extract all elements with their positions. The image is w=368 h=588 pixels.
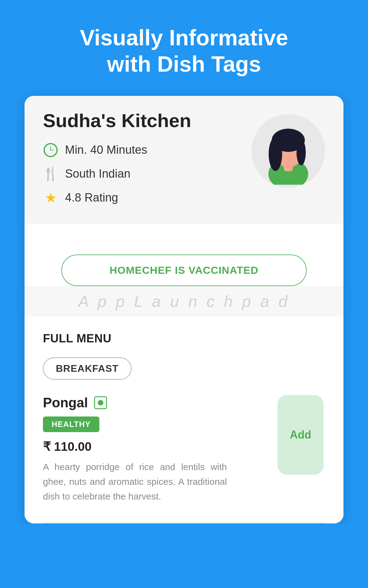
dish-name: Pongal: [43, 395, 88, 410]
menu-section: FULL MENU BREAKFAST Pongal HEALTHY ₹ 110…: [25, 317, 343, 522]
rating-item: ★ 4.8 Rating: [43, 190, 251, 205]
kitchen-card: Sudha's Kitchen Min. 40 Minutes 🍴 South …: [25, 96, 343, 224]
dish-row: Pongal HEALTHY ₹ 110.00 A hearty porridg…: [43, 395, 325, 504]
veg-icon: [94, 396, 107, 409]
header: Visually Informative with Dish Tags: [0, 0, 368, 96]
veg-dot: [98, 400, 103, 405]
dish-info: Pongal HEALTHY ₹ 110.00 A hearty porridg…: [43, 395, 267, 504]
cuisine-item: 🍴 South Indian: [43, 166, 251, 182]
star-icon-container: ★: [43, 190, 58, 205]
add-button-container: Add: [276, 395, 325, 475]
watermark: A p p L a u n c h p a d: [25, 286, 343, 317]
main-card: Sudha's Kitchen Min. 40 Minutes 🍴 South …: [25, 96, 343, 523]
add-button[interactable]: Add: [278, 395, 324, 475]
full-menu-label: FULL MENU: [43, 332, 325, 345]
clock-icon: [44, 143, 58, 157]
dish-name-row: Pongal: [43, 395, 267, 410]
svg-point-6: [297, 140, 306, 165]
cuisine-label: South Indian: [65, 167, 130, 180]
avatar: [251, 114, 325, 188]
kitchen-name: Sudha's Kitchen: [43, 111, 251, 130]
healthy-badge: HEALTHY: [43, 417, 99, 432]
fork-knife-icon: 🍴: [43, 166, 59, 181]
star-icon: ★: [45, 190, 57, 205]
fork-knife-icon-container: 🍴: [43, 166, 58, 182]
svg-point-5: [269, 137, 282, 171]
rating-label: 4.8 Rating: [65, 191, 118, 204]
dish-description: A hearty porridge of rice and lentils wi…: [43, 460, 227, 504]
vaccinated-banner: HOMECHEF IS VACCINATED: [61, 254, 307, 286]
kitchen-meta: Min. 40 Minutes 🍴 South Indian ★ 4.8 Rat…: [43, 142, 251, 205]
kitchen-info: Sudha's Kitchen Min. 40 Minutes 🍴 South …: [43, 111, 251, 205]
dish-price: ₹ 110.00: [43, 439, 267, 454]
blue-bottom-area: [0, 523, 368, 548]
svg-rect-7: [284, 163, 293, 171]
clock-icon-container: [43, 142, 58, 158]
header-title: Visually Informative with Dish Tags: [12, 24, 356, 77]
min-time-item: Min. 40 Minutes: [43, 142, 251, 158]
avatar-svg: [255, 117, 322, 185]
min-time-label: Min. 40 Minutes: [65, 143, 147, 156]
vaccinated-text: HOMECHEF IS VACCINATED: [109, 264, 258, 276]
meal-type-tag[interactable]: BREAKFAST: [43, 357, 132, 380]
